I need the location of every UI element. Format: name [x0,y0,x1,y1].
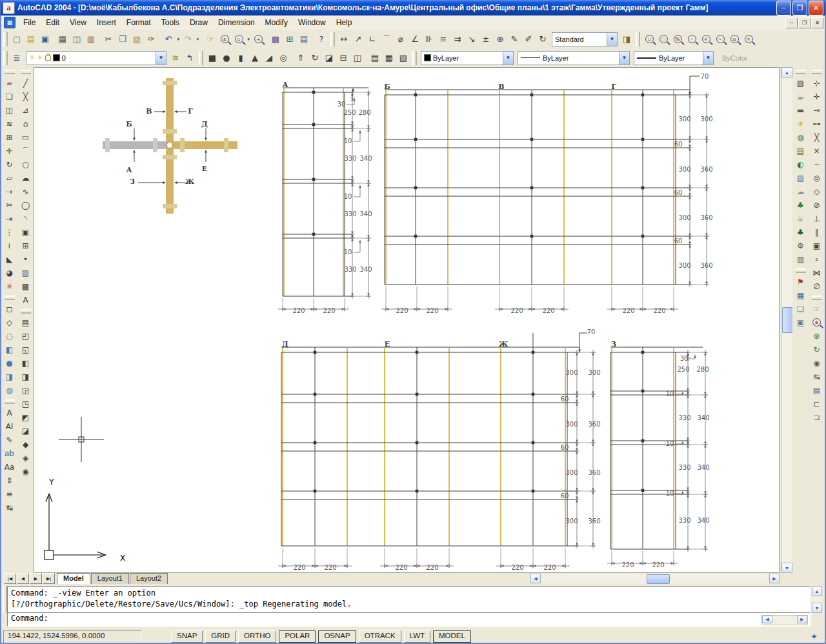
menu-edit[interactable]: Edit [41,16,65,29]
offset-button[interactable]: ≋ [3,117,17,130]
menu-window[interactable]: Window [293,16,331,29]
zoom-all-button[interactable]: ⌂ [727,32,741,46]
snap-to-insert-button[interactable]: ▣ [810,239,824,252]
angular-dimension-button[interactable]: ∠ [408,32,422,46]
scroll-right-icon[interactable]: ▶ [769,574,780,583]
polygon-button[interactable]: ⌂ [19,117,33,130]
toolbar-grip[interactable] [812,296,822,300]
solids-wedge-button[interactable]: ◢ [262,51,276,65]
rectangle-button[interactable]: ▭ [19,130,33,144]
extend-button[interactable]: ⇥ [3,212,17,225]
chamfer-button[interactable]: ◣ [3,252,17,266]
menu-file[interactable]: File [18,16,41,29]
chevron-down-icon[interactable]: ▼ [607,33,617,46]
zoom-window-button[interactable]: ▫ [642,32,656,46]
color-combo[interactable]: ByLayer ▼ [421,51,514,65]
menu-modify[interactable]: Modify [260,16,293,29]
snap-to-extension-button[interactable]: ┄ [810,157,824,171]
toggle-snap[interactable]: SNAP [171,630,203,643]
tolerance-button[interactable]: ± [479,32,493,46]
break-button[interactable]: ≀ [3,239,17,252]
toolbar-grip[interactable] [3,32,8,46]
section-button[interactable]: ⊟ [336,51,350,65]
flat-shaded-button[interactable]: ◧ [3,343,17,356]
snap-to-apparent-intersection-button[interactable]: × [810,144,824,157]
toolbar-grip[interactable] [812,70,822,74]
zoom-previous-button[interactable]: ◂ [251,32,265,46]
3d-continuous-orbit-button[interactable]: ↻ [810,343,824,356]
horizontal-scrollbar[interactable]: ◀ ▶ [530,574,780,583]
menu-tools[interactable]: Tools [156,16,185,29]
document-icon[interactable]: ▦ [4,17,15,28]
command-scrollbar[interactable]: ▲ ▼ [812,586,822,613]
zoom-out-button[interactable]: − [713,32,727,46]
toggle-osnap[interactable]: OSNAP [318,630,356,643]
toolbar-grip[interactable] [330,32,335,46]
ordinate-dimension-button[interactable]: ∟ [365,32,379,46]
2d-wireframe-button[interactable]: ◻ [3,302,17,316]
scroll-up-icon[interactable]: ▲ [781,67,792,77]
materials-button[interactable]: ◍ [794,130,808,144]
scroll-left-icon[interactable]: ◀ [762,616,772,623]
command-h-scrollbar[interactable]: ◀ ▶ [761,615,808,625]
toolbar-grip[interactable] [21,70,31,74]
move-button[interactable]: ✛ [3,144,17,157]
erase-button[interactable]: ▰ [3,76,17,90]
bottom-view-button[interactable]: ◱ [19,343,33,356]
arc-button[interactable]: ⌒ [19,144,33,157]
multiline-text-button[interactable]: A [3,406,17,419]
match-properties-button[interactable]: ✑ [144,32,158,46]
snap-to-tangent-button[interactable]: ⊘ [810,198,824,212]
point-button[interactable]: • [19,252,33,266]
circle-button[interactable]: ○ [19,157,33,171]
image-transparency-button[interactable]: ❏ [794,302,808,316]
zoom-window-flyout-button[interactable]: ▫▾ [232,32,246,46]
chevron-down-icon[interactable]: ▼ [156,52,166,65]
break-at-point-button[interactable]: ⋮ [3,225,17,239]
slice-button[interactable]: ◪ [322,51,336,65]
convert-distance-button[interactable]: ↹ [3,501,17,514]
menu-format[interactable]: Format [121,16,156,29]
snap-to-midpoint-button[interactable]: ⊶ [810,117,824,130]
menu-view[interactable]: View [65,16,92,29]
image-frame-button[interactable]: ▣ [794,316,808,329]
interfere-button[interactable]: ◫ [350,51,365,65]
snap-to-node-button[interactable]: ∘ [810,252,824,266]
toolbar-grip[interactable] [21,309,31,314]
stretch-button[interactable]: ⇢ [3,185,17,198]
solids-cone-button[interactable]: ▲ [248,51,262,65]
doc-restore-button[interactable]: ❐ [798,17,811,28]
scroll-left-icon[interactable]: ◀ [530,574,541,583]
flat-shaded-edges-button[interactable]: ◨ [3,370,17,383]
chevron-down-icon[interactable]: ▼ [703,52,713,65]
toolbar-grip[interactable] [5,70,15,74]
render-preferences-button[interactable]: ⚙ [794,239,808,252]
snap-to-perpendicular-button[interactable]: ⊥ [810,212,824,225]
copy-button[interactable]: ❐ [116,32,130,46]
command-history[interactable]: Command: _-view Enter an option [?/Ortho… [7,586,811,616]
left-view-button[interactable]: ◧ [19,356,33,370]
plot-preview-button[interactable]: ◫ [70,32,84,46]
scenes-button[interactable]: ▬ [794,103,808,117]
right-view-button[interactable]: ◨ [19,370,33,383]
setup-profile-button[interactable]: ▧ [396,51,410,65]
copy-object-button[interactable]: ❏ [3,90,17,103]
undo-button[interactable]: ↶▾ [161,32,176,46]
layer-combo[interactable]: ☼ ☀ 0 ▼ [26,51,166,65]
scale-text-button[interactable]: ⇕ [3,474,17,487]
sw-isometric-button[interactable]: ◩ [19,410,33,424]
toolbar-grip[interactable] [5,296,15,300]
diameter-dimension-button[interactable]: ⌀ [394,32,408,46]
landscape-edit-button[interactable]: ♧ [794,212,808,225]
nw-isometric-button[interactable]: ◈ [19,451,33,465]
aligned-dimension-button[interactable]: ↗ [351,32,365,46]
top-view-button[interactable]: ◰ [19,329,33,343]
menu-dimension[interactable]: Dimension [213,16,260,29]
3d-adjust-distance-button[interactable]: ↹ [810,370,824,383]
dim-style-combo[interactable]: Standard ▼ [552,32,618,46]
toolbar-grip[interactable] [5,399,15,404]
toolbar-grip[interactable] [796,70,806,74]
title-bar[interactable]: a AutoCAD 2004 - [D:\моё\Кабылбекова А.С… [0,0,826,15]
new-drawing-button[interactable]: ▢ [10,32,24,46]
image-quality-button[interactable]: ▦ [794,288,808,302]
